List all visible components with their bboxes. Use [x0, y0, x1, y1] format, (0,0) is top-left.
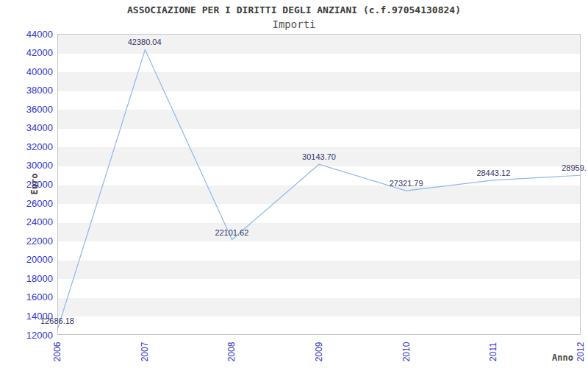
x-axis-title: Anno — [552, 353, 573, 363]
y-tick-label: 18000 — [26, 273, 53, 284]
y-tick-label: 16000 — [26, 291, 53, 302]
y-tick-label: 44000 — [26, 29, 53, 40]
series-plot — [58, 35, 580, 334]
page: { "chart_data": { "type": "line", "title… — [0, 0, 588, 368]
y-tick-label: 34000 — [26, 122, 53, 133]
x-tick-label: 2011 — [488, 342, 498, 361]
y-tick-label: 32000 — [26, 141, 53, 152]
x-tick-label: 2010 — [401, 342, 412, 362]
point-label: 22101.62 — [215, 228, 248, 237]
plot-area — [57, 34, 581, 335]
point-label: 12686.18 — [40, 316, 74, 325]
y-tick-label: 30000 — [26, 160, 53, 171]
y-tick-label: 12000 — [26, 330, 53, 341]
y-tick-label: 42000 — [26, 47, 53, 58]
point-label: 42380.04 — [128, 38, 162, 46]
y-tick-label: 26000 — [26, 198, 53, 209]
point-label: 28443.12 — [476, 169, 510, 177]
point-label: 27321.79 — [390, 179, 423, 188]
line-chart: ASSOCIAZIONE PER I DIRITTI DEGLI ANZIANI… — [0, 0, 588, 368]
point-label: 30143.70 — [302, 152, 336, 161]
x-tick-label: 2007 — [140, 342, 150, 362]
y-tick-label: 38000 — [26, 85, 53, 96]
x-tick-label: 2009 — [314, 342, 324, 362]
y-tick-label: 22000 — [26, 236, 53, 247]
y-tick-label: 24000 — [26, 216, 53, 227]
chart-title: ASSOCIAZIONE PER I DIRITTI DEGLI ANZIANI… — [0, 4, 588, 15]
x-tick-label: 2006 — [52, 342, 62, 362]
x-tick-label: 2012 — [576, 342, 586, 362]
x-tick-label: 2008 — [226, 342, 237, 362]
y-tick-label: 40000 — [26, 66, 53, 77]
y-tick-label: 20000 — [26, 254, 53, 265]
point-label: 28959. — [562, 163, 587, 172]
chart-subtitle: Importi — [0, 18, 588, 30]
y-tick-label: 36000 — [26, 104, 53, 115]
y-axis-title: Euro — [29, 174, 40, 195]
series-line — [58, 50, 580, 328]
